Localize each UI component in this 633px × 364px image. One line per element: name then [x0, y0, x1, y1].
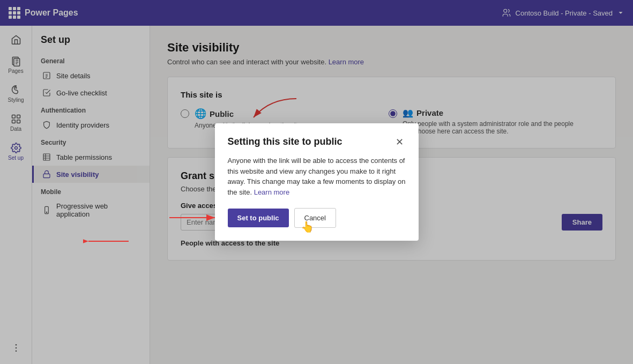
- modal-actions: Set to public Cancel: [228, 208, 406, 228]
- modal-overlay[interactable]: Setting this site to public ✕ Anyone wit…: [0, 0, 633, 364]
- set-to-public-button[interactable]: Set to public: [228, 209, 289, 227]
- modal-close-button[interactable]: ✕: [393, 136, 406, 148]
- modal-body: Anyone with the link will be able to acc…: [228, 155, 406, 197]
- cancel-button[interactable]: Cancel: [294, 208, 336, 228]
- modal-header: Setting this site to public ✕: [228, 136, 406, 148]
- modal-dialog: Setting this site to public ✕ Anyone wit…: [215, 123, 419, 241]
- modal-learn-more-link[interactable]: Learn more: [254, 188, 289, 196]
- annotation-arrow-modal: [167, 210, 220, 226]
- modal-title: Setting this site to public: [228, 136, 342, 147]
